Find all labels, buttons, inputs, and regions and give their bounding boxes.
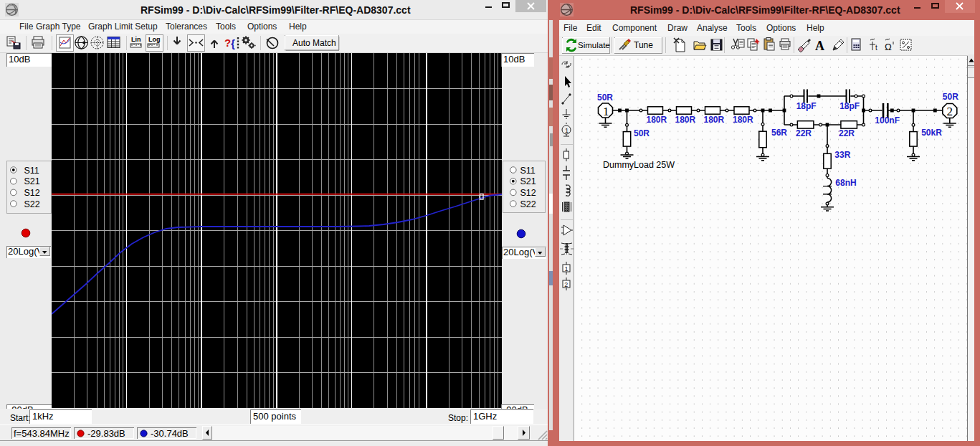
svg-text:Tune: Tune xyxy=(634,40,653,50)
svg-text:50R: 50R xyxy=(597,92,613,103)
svg-text:50R: 50R xyxy=(634,128,650,138)
svg-text:1: 1 xyxy=(565,127,569,134)
svg-text:180R: 180R xyxy=(675,115,696,125)
svg-text:A: A xyxy=(815,39,824,53)
svg-text:56R: 56R xyxy=(771,128,787,138)
svg-text:2: 2 xyxy=(947,105,953,118)
svg-text:50kR: 50kR xyxy=(921,128,942,138)
svg-text:S21: S21 xyxy=(24,176,40,186)
svg-text:1: 1 xyxy=(565,265,569,272)
svg-text:18pF: 18pF xyxy=(839,101,860,111)
svg-text:18pF: 18pF xyxy=(796,101,817,111)
svg-text:22R: 22R xyxy=(839,128,855,138)
svg-text:68nH: 68nH xyxy=(835,178,856,188)
svg-text:22R: 22R xyxy=(796,128,812,138)
svg-text:100nF: 100nF xyxy=(875,115,900,125)
svg-text:180R: 180R xyxy=(733,115,753,125)
svg-text:180R: 180R xyxy=(704,115,725,125)
svg-text:1: 1 xyxy=(603,105,609,118)
svg-text:50R: 50R xyxy=(943,92,958,102)
svg-text:S11: S11 xyxy=(520,166,536,176)
svg-text:Simulate: Simulate xyxy=(578,41,610,49)
svg-text:S22: S22 xyxy=(24,199,40,209)
svg-text:Ω: Ω xyxy=(885,42,892,52)
svg-text:S22: S22 xyxy=(520,199,536,209)
svg-text:t: t xyxy=(875,44,877,52)
svg-text:S12: S12 xyxy=(520,188,536,198)
svg-text:180R: 180R xyxy=(647,115,667,125)
svg-text:S11: S11 xyxy=(24,166,39,176)
svg-text:S12: S12 xyxy=(24,188,40,198)
svg-text:DummyLoad 25W: DummyLoad 25W xyxy=(603,160,675,170)
svg-text:S21: S21 xyxy=(520,176,536,186)
svg-text:2: 2 xyxy=(564,281,568,288)
svg-text:33R: 33R xyxy=(834,150,850,160)
